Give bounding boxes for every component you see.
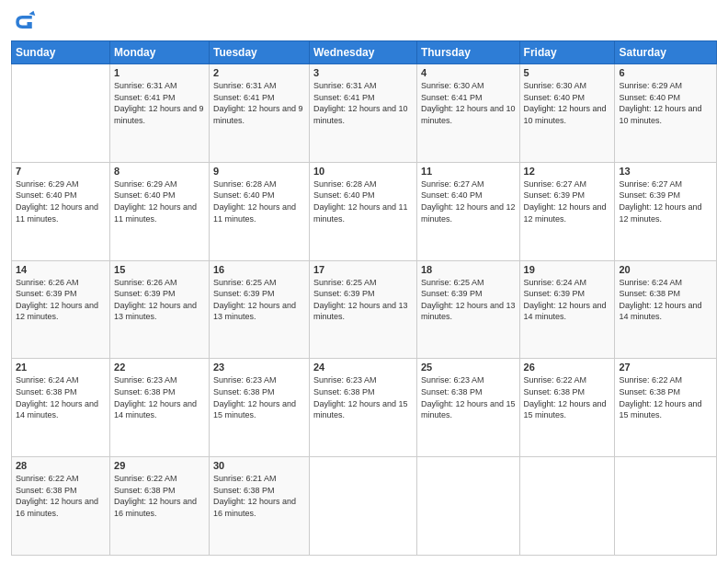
day-number: 12: [524, 166, 611, 177]
calendar-week-3: 21Sunrise: 6:24 AMSunset: 6:38 PMDayligh…: [12, 359, 717, 457]
calendar-cell: 27Sunrise: 6:22 AMSunset: 6:38 PMDayligh…: [615, 359, 717, 457]
day-number: 19: [524, 264, 611, 275]
weekday-header-friday: Friday: [519, 41, 615, 64]
calendar-cell: 9Sunrise: 6:28 AMSunset: 6:40 PMDaylight…: [209, 162, 309, 260]
day-number: 6: [619, 67, 712, 78]
day-info: Sunrise: 6:25 AMSunset: 6:39 PMDaylight:…: [313, 277, 413, 323]
day-number: 8: [114, 166, 205, 177]
day-info: Sunrise: 6:25 AMSunset: 6:39 PMDaylight:…: [421, 277, 516, 323]
calendar-week-1: 7Sunrise: 6:29 AMSunset: 6:40 PMDaylight…: [12, 162, 717, 260]
calendar-cell: 6Sunrise: 6:29 AMSunset: 6:40 PMDaylight…: [615, 64, 717, 163]
day-info: Sunrise: 6:27 AMSunset: 6:39 PMDaylight:…: [524, 178, 611, 224]
day-info: Sunrise: 6:22 AMSunset: 6:38 PMDaylight:…: [114, 473, 205, 519]
calendar-cell: [12, 64, 110, 163]
calendar-body: 1Sunrise: 6:31 AMSunset: 6:41 PMDaylight…: [12, 64, 717, 556]
calendar-cell: 28Sunrise: 6:22 AMSunset: 6:38 PMDayligh…: [12, 457, 110, 556]
calendar-cell: 2Sunrise: 6:31 AMSunset: 6:41 PMDaylight…: [209, 64, 309, 163]
day-info: Sunrise: 6:29 AMSunset: 6:40 PMDaylight:…: [16, 178, 106, 224]
calendar-cell: 17Sunrise: 6:25 AMSunset: 6:39 PMDayligh…: [309, 260, 416, 359]
calendar-cell: [416, 457, 519, 556]
day-number: 17: [313, 264, 413, 275]
weekday-header-sunday: Sunday: [12, 41, 110, 64]
day-info: Sunrise: 6:26 AMSunset: 6:39 PMDaylight:…: [114, 277, 205, 323]
weekday-header-monday: Monday: [110, 41, 210, 64]
calendar-cell: [309, 457, 416, 556]
day-info: Sunrise: 6:31 AMSunset: 6:41 PMDaylight:…: [213, 80, 305, 126]
day-info: Sunrise: 6:23 AMSunset: 6:38 PMDaylight:…: [114, 374, 205, 420]
day-number: 21: [16, 362, 106, 373]
day-number: 14: [16, 264, 106, 275]
day-number: 30: [213, 460, 305, 471]
day-info: Sunrise: 6:31 AMSunset: 6:41 PMDaylight:…: [114, 80, 205, 126]
day-info: Sunrise: 6:24 AMSunset: 6:38 PMDaylight:…: [16, 374, 106, 420]
day-number: 24: [313, 362, 413, 373]
calendar-cell: 7Sunrise: 6:29 AMSunset: 6:40 PMDaylight…: [12, 162, 110, 260]
day-info: Sunrise: 6:24 AMSunset: 6:39 PMDaylight:…: [524, 277, 611, 323]
day-number: 16: [213, 264, 305, 275]
day-info: Sunrise: 6:23 AMSunset: 6:38 PMDaylight:…: [421, 374, 516, 420]
day-number: 15: [114, 264, 205, 275]
calendar-cell: 16Sunrise: 6:25 AMSunset: 6:39 PMDayligh…: [209, 260, 309, 359]
calendar-cell: 19Sunrise: 6:24 AMSunset: 6:39 PMDayligh…: [519, 260, 615, 359]
calendar-cell: 4Sunrise: 6:30 AMSunset: 6:41 PMDaylight…: [416, 64, 519, 163]
calendar-cell: 20Sunrise: 6:24 AMSunset: 6:38 PMDayligh…: [615, 260, 717, 359]
day-number: 25: [421, 362, 516, 373]
day-number: 27: [619, 362, 712, 373]
day-number: 23: [213, 362, 305, 373]
day-info: Sunrise: 6:31 AMSunset: 6:41 PMDaylight:…: [313, 80, 413, 126]
calendar-week-4: 28Sunrise: 6:22 AMSunset: 6:38 PMDayligh…: [12, 457, 717, 556]
day-number: 26: [524, 362, 611, 373]
calendar-cell: 13Sunrise: 6:27 AMSunset: 6:39 PMDayligh…: [615, 162, 717, 260]
calendar-cell: [615, 457, 717, 556]
calendar-cell: 24Sunrise: 6:23 AMSunset: 6:38 PMDayligh…: [309, 359, 416, 457]
day-number: 1: [114, 67, 205, 78]
calendar-cell: 14Sunrise: 6:26 AMSunset: 6:39 PMDayligh…: [12, 260, 110, 359]
day-number: 5: [524, 67, 611, 78]
calendar-cell: 26Sunrise: 6:22 AMSunset: 6:38 PMDayligh…: [519, 359, 615, 457]
weekday-header-thursday: Thursday: [416, 41, 519, 64]
calendar-cell: 5Sunrise: 6:30 AMSunset: 6:40 PMDaylight…: [519, 64, 615, 163]
logo-icon: [11, 9, 37, 35]
calendar-cell: 21Sunrise: 6:24 AMSunset: 6:38 PMDayligh…: [12, 359, 110, 457]
day-info: Sunrise: 6:27 AMSunset: 6:40 PMDaylight:…: [421, 178, 516, 224]
calendar-cell: 23Sunrise: 6:23 AMSunset: 6:38 PMDayligh…: [209, 359, 309, 457]
day-info: Sunrise: 6:27 AMSunset: 6:39 PMDaylight:…: [619, 178, 712, 224]
calendar-cell: 29Sunrise: 6:22 AMSunset: 6:38 PMDayligh…: [110, 457, 210, 556]
day-info: Sunrise: 6:25 AMSunset: 6:39 PMDaylight:…: [213, 277, 305, 323]
day-number: 13: [619, 166, 712, 177]
day-info: Sunrise: 6:30 AMSunset: 6:40 PMDaylight:…: [524, 80, 611, 126]
day-number: 22: [114, 362, 205, 373]
day-info: Sunrise: 6:28 AMSunset: 6:40 PMDaylight:…: [213, 178, 305, 224]
calendar-cell: 15Sunrise: 6:26 AMSunset: 6:39 PMDayligh…: [110, 260, 210, 359]
calendar-cell: 25Sunrise: 6:23 AMSunset: 6:38 PMDayligh…: [416, 359, 519, 457]
calendar-table: SundayMondayTuesdayWednesdayThursdayFrid…: [11, 40, 717, 556]
day-info: Sunrise: 6:29 AMSunset: 6:40 PMDaylight:…: [619, 80, 712, 126]
calendar-cell: 22Sunrise: 6:23 AMSunset: 6:38 PMDayligh…: [110, 359, 210, 457]
calendar-cell: 10Sunrise: 6:28 AMSunset: 6:40 PMDayligh…: [309, 162, 416, 260]
day-number: 28: [16, 460, 106, 471]
calendar-cell: 11Sunrise: 6:27 AMSunset: 6:40 PMDayligh…: [416, 162, 519, 260]
day-info: Sunrise: 6:29 AMSunset: 6:40 PMDaylight:…: [114, 178, 205, 224]
calendar-cell: 18Sunrise: 6:25 AMSunset: 6:39 PMDayligh…: [416, 260, 519, 359]
day-info: Sunrise: 6:22 AMSunset: 6:38 PMDaylight:…: [619, 374, 712, 420]
weekday-header-tuesday: Tuesday: [209, 41, 309, 64]
calendar-cell: 30Sunrise: 6:21 AMSunset: 6:38 PMDayligh…: [209, 457, 309, 556]
day-number: 10: [313, 166, 413, 177]
calendar-header: SundayMondayTuesdayWednesdayThursdayFrid…: [12, 41, 717, 64]
day-info: Sunrise: 6:21 AMSunset: 6:38 PMDaylight:…: [213, 473, 305, 519]
logo: [11, 9, 40, 35]
weekday-header-wednesday: Wednesday: [309, 41, 416, 64]
calendar-week-2: 14Sunrise: 6:26 AMSunset: 6:39 PMDayligh…: [12, 260, 717, 359]
day-info: Sunrise: 6:26 AMSunset: 6:39 PMDaylight:…: [16, 277, 106, 323]
calendar-cell: [519, 457, 615, 556]
day-info: Sunrise: 6:23 AMSunset: 6:38 PMDaylight:…: [313, 374, 413, 420]
day-number: 11: [421, 166, 516, 177]
day-number: 29: [114, 460, 205, 471]
day-number: 20: [619, 264, 712, 275]
day-info: Sunrise: 6:28 AMSunset: 6:40 PMDaylight:…: [313, 178, 413, 224]
header: [11, 9, 717, 35]
calendar-cell: 8Sunrise: 6:29 AMSunset: 6:40 PMDaylight…: [110, 162, 210, 260]
day-number: 9: [213, 166, 305, 177]
weekday-header-saturday: Saturday: [615, 41, 717, 64]
weekday-header-row: SundayMondayTuesdayWednesdayThursdayFrid…: [12, 41, 717, 64]
